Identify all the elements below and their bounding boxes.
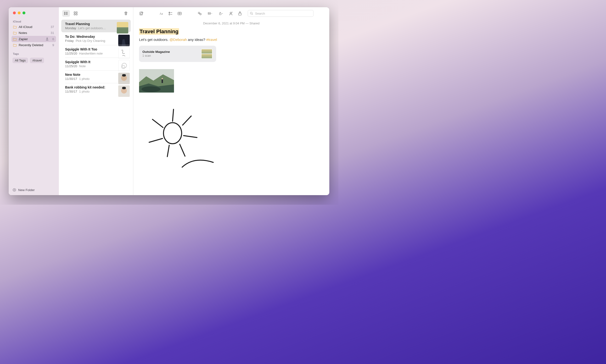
svg-rect-6	[76, 12, 77, 13]
folder-count: 6	[53, 37, 54, 41]
list-view-button[interactable]	[62, 10, 70, 17]
new-note-button[interactable]	[137, 10, 145, 17]
folder-icon	[13, 38, 17, 41]
attachment-sub: 1 scan	[142, 54, 170, 57]
note-item-squiggle-too[interactable]: Squiggle With It Too 11/25/20 Handwritte…	[59, 45, 133, 58]
note-date: 11/25/20	[65, 64, 77, 68]
note-item-new-note[interactable]: New Note 11/30/17 1 photo	[59, 70, 133, 83]
svg-point-25	[169, 14, 170, 15]
note-date: Monday	[65, 26, 76, 30]
list-toolbar	[59, 7, 133, 20]
note-detail-title: Travel Planning	[139, 28, 179, 35]
folder-notes[interactable]: Notes 31	[12, 30, 56, 36]
folder-icon	[13, 25, 17, 28]
note-thumbnail	[118, 85, 130, 97]
svg-point-4	[64, 14, 65, 15]
folder-label: Recently Deleted	[19, 43, 43, 47]
note-photo[interactable]	[139, 69, 174, 92]
svg-rect-7	[74, 14, 75, 15]
note-item-travel-planning[interactable]: Travel Planning Monday Let's get outdoor…	[61, 20, 131, 32]
svg-point-34	[250, 12, 252, 14]
svg-rect-31	[219, 13, 221, 14]
svg-point-0	[46, 38, 48, 39]
attachment-card[interactable]: Outside Magazine 1 scan	[139, 46, 216, 62]
note-body[interactable]: December 6, 2021 at 9:04 PM — Shared Tra…	[133, 20, 329, 195]
note-text-mid: any ideas?	[187, 38, 206, 42]
new-folder-button[interactable]: New Folder	[9, 186, 59, 195]
note-thumbnail	[118, 47, 130, 59]
note-item-bank-robbing[interactable]: Bank robbing kit needed: 11/30/17 1 phot…	[59, 83, 133, 96]
folder-recently-deleted[interactable]: Recently Deleted 9	[12, 42, 56, 48]
tag-all-tags[interactable]: All Tags	[13, 58, 28, 63]
delete-note-button[interactable]	[122, 10, 130, 17]
window-controls	[9, 10, 59, 19]
svg-point-3	[64, 13, 65, 14]
svg-point-39	[163, 123, 182, 144]
sidebar-section-tags: Tags	[9, 51, 59, 56]
svg-rect-37	[162, 79, 163, 83]
folder-count: 9	[53, 43, 54, 47]
text-format-button[interactable]: Aa	[157, 10, 165, 17]
link-button[interactable]	[196, 10, 204, 17]
media-button[interactable]	[205, 10, 215, 17]
note-item-squiggle[interactable]: Squiggle With It 11/25/20 Note	[59, 58, 133, 70]
hashtag-travel[interactable]: #travel	[206, 38, 217, 42]
svg-rect-18	[122, 74, 126, 77]
new-folder-label: New Folder	[18, 188, 35, 192]
note-date: 11/30/17	[65, 90, 77, 93]
maximize-window-button[interactable]	[23, 12, 25, 14]
svg-rect-9	[117, 22, 128, 27]
svg-rect-21	[122, 87, 126, 89]
note-detail-column: Aa	[133, 7, 329, 195]
note-meta: December 6, 2021 at 9:04 PM — Shared	[139, 20, 323, 28]
attachment-thumbnail	[201, 49, 213, 59]
tag-travel[interactable]: #travel	[30, 58, 44, 63]
lock-button[interactable]	[216, 10, 226, 17]
note-date: 11/30/17	[65, 77, 77, 81]
plus-circle-icon	[13, 188, 16, 192]
svg-point-32	[230, 12, 231, 13]
note-date: 11/25/20	[65, 52, 77, 55]
folder-all-icloud[interactable]: All iCloud 37	[12, 24, 56, 30]
folder-label: Zapier	[19, 37, 28, 41]
folder-count: 37	[51, 25, 54, 29]
checklist-button[interactable]	[166, 10, 175, 17]
search-field[interactable]	[248, 10, 313, 17]
svg-point-30	[208, 13, 209, 13]
close-window-button[interactable]	[13, 12, 16, 14]
svg-rect-5	[74, 12, 75, 13]
search-icon	[250, 12, 253, 15]
detail-toolbar: Aa	[133, 7, 329, 20]
folder-zapier[interactable]: Zapier 6	[12, 36, 56, 42]
svg-point-36	[141, 86, 161, 92]
gallery-view-button[interactable]	[72, 10, 80, 17]
folder-label: Notes	[19, 31, 27, 35]
attachment-title: Outside Magazine	[142, 50, 170, 53]
sketch-sun	[141, 107, 323, 160]
table-button[interactable]	[175, 10, 184, 17]
search-input[interactable]	[255, 12, 311, 15]
minimize-window-button[interactable]	[18, 12, 21, 14]
svg-point-2	[64, 12, 65, 13]
svg-point-38	[162, 78, 163, 79]
note-item-todo-wednesday[interactable]: To Do: Wednesday Friday Pick Up Dry Clea…	[59, 32, 133, 45]
collaborate-button[interactable]	[227, 10, 235, 17]
mention-deborah[interactable]: @Deborah	[169, 38, 187, 42]
svg-text:Aa: Aa	[159, 12, 163, 15]
folder-count: 31	[51, 31, 54, 35]
note-date: Friday	[65, 39, 74, 43]
shared-icon	[45, 37, 49, 41]
notes-window: iCloud All iCloud 37 Notes 31 Zapier 6	[9, 7, 329, 195]
folder-label: All iCloud	[19, 25, 32, 29]
sketch-fragment	[180, 158, 323, 169]
sidebar-section-icloud: iCloud	[9, 19, 59, 24]
sidebar: iCloud All iCloud 37 Notes 31 Zapier 6	[9, 7, 59, 195]
share-button[interactable]	[236, 10, 244, 17]
note-thumbnail	[117, 22, 128, 34]
note-thumbnail	[118, 73, 130, 84]
note-thumbnail	[118, 35, 130, 46]
tags-row: All Tags #travel	[9, 56, 59, 65]
svg-rect-8	[76, 14, 77, 15]
folder-icon	[13, 31, 17, 34]
folder-icon	[13, 43, 17, 47]
